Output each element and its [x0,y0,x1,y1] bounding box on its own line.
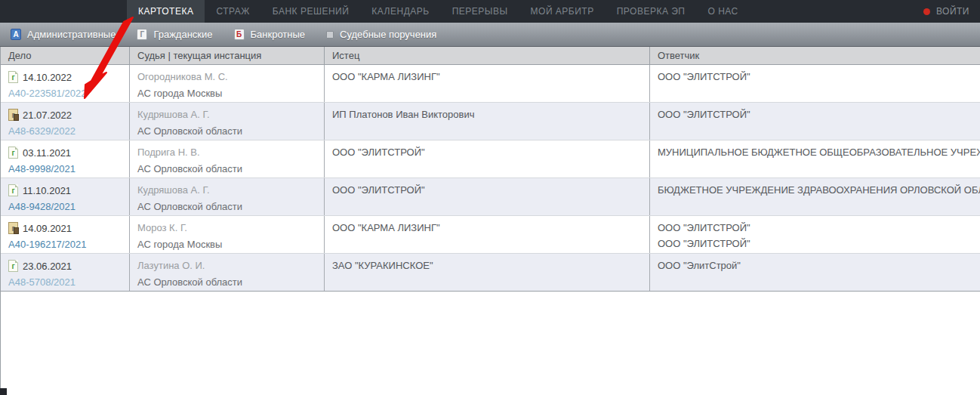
case-active-icon: г [8,184,18,196]
tab-court-assignments-label: Судебные поручения [340,29,436,40]
judge-name: Кудряшова А. Г. [137,109,316,121]
case-number-link[interactable]: А48-9428/2021 [8,201,76,212]
judge-cell: Огородникова М. С. АС города Москвы [130,65,325,102]
court-assignments-icon [326,31,334,39]
judge-cell: Лазутина О. И. АС Орловской области [130,254,325,291]
nav-item-proverka-ep[interactable]: ПРОВЕРКА ЭП [606,0,697,23]
tab-civil[interactable]: Г Гражданские [137,29,212,40]
nav-item-kartoteka[interactable]: КАРТОТЕКА [127,0,205,23]
tab-civil-label: Гражданские [153,29,212,40]
judge-cell: Кудряшова А. Г. АС Орловской области [130,103,325,140]
plaintiff-cell: ООО "КАРМА ЛИЗИНГ" [325,65,650,102]
respondent-name: ООО "ЭЛИТСТРОЙ" [658,222,972,234]
judge-cell: Кудряшова А. Г. АС Орловской области [130,178,325,215]
nav-item-bank-resheniy[interactable]: БАНК РЕШЕНИЙ [261,0,361,23]
case-cell: г 14.10.2022 А40-223581/2022 [1,65,130,102]
respondent-name: МУНИЦИПАЛЬНОЕ БЮДЖЕТНОЕ ОБЩЕОБРАЗОВАТЕЛЬ… [658,147,972,159]
table-row: г 21.07.2022 А48-6329/2022 Кудряшова А. … [1,103,980,140]
results-area: Дело Судья | текущая инстанция Истец Отв… [0,47,980,395]
plaintiff-cell: ООО "ЭЛИТСТРОЙ" [325,140,650,177]
judge-name: Мороз К. Г. [137,222,316,234]
bottom-left-artifact [0,388,7,395]
plaintiff-name: ИП Платонов Иван Викторович [332,109,642,121]
respondent-cell: ООО "ЭЛИТСТРОЙ" [650,103,980,140]
tab-court-assignments[interactable]: Судебные поручения [326,29,436,40]
case-date: 11.10.2021 [23,185,71,196]
case-cell: г 03.11.2021 А48-9998/2021 [1,140,130,177]
case-number-link[interactable]: А40-223581/2022 [8,88,86,99]
respondent-name: ООО "ЭЛИТСТРОЙ" [658,238,972,250]
case-date: 21.07.2022 [23,110,72,121]
court-name: АС города Москвы [137,239,316,251]
respondent-name: БЮДЖЕТНОЕ УЧРЕЖДЕНИЕ ЗДРАВООХРАНЕНИЯ ОРЛ… [658,184,972,196]
login-button[interactable]: ВОЙТИ [923,0,980,23]
page: КАРТОТЕКА СТРАЖ БАНК РЕШЕНИЙ КАЛЕНДАРЬ П… [0,0,980,395]
case-number-link[interactable]: А48-9998/2021 [8,163,76,174]
case-table-body: г 14.10.2022 А40-223581/2022 Огородников… [1,65,980,292]
plaintiff-name: ООО "ЭЛИТСТРОЙ" [332,184,642,196]
table-row: г 03.11.2021 А48-9998/2021 Подрига Н. В.… [1,140,980,178]
table-header: Дело Судья | текущая инстанция Истец Отв… [1,47,980,65]
nav-item-moy-arbitr[interactable]: МОЙ АРБИТР [519,0,606,23]
bankruptcy-icon: Б [234,29,245,40]
case-date: 14.10.2022 [23,72,72,83]
respondent-name: ООО "ЭЛИТСТРОЙ" [658,109,972,121]
plaintiff-name: ООО "КАРМА ЛИЗИНГ" [332,222,642,234]
nav-item-pereryvy[interactable]: ПЕРЕРЫВЫ [441,0,519,23]
case-cell: г 21.07.2022 А48-6329/2022 [1,103,130,140]
judge-name: Подрига Н. В. [137,147,316,159]
case-type-filterbar: А Административные Г Гражданские Б Банкр… [0,23,980,47]
nav-item-o-nas[interactable]: О НАС [696,0,749,23]
case-date: 23.06.2021 [23,261,72,272]
case-date: 14.09.2021 [23,223,72,234]
table-row: г 14.10.2022 А40-223581/2022 Огородников… [1,65,980,103]
nav-item-strazh[interactable]: СТРАЖ [205,0,260,23]
respondent-cell: МУНИЦИПАЛЬНОЕ БЮДЖЕТНОЕ ОБЩЕОБРАЗОВАТЕЛЬ… [650,140,980,177]
tab-administrative-label: Административные [27,29,116,40]
respondent-cell: ООО "ЭЛИТСТРОЙ" [650,65,980,102]
case-active-icon: г [8,71,18,83]
plaintiff-cell: ООО "ЭЛИТСТРОЙ" [325,178,650,215]
tab-administrative[interactable]: А Административные [11,29,116,40]
court-name: АС Орловской области [137,163,316,175]
plaintiff-cell: ИП Платонов Иван Викторович [325,103,650,140]
plaintiff-name: ЗАО "КУРАКИНСКОЕ" [332,260,642,272]
judge-cell: Подрига Н. В. АС Орловской области [130,140,325,177]
judge-name: Лазутина О. И. [137,260,316,272]
tab-bankruptcy-label: Банкротные [251,29,306,40]
case-cell: г 14.09.2021 А40-196217/2021 [1,216,130,253]
case-cell: г 11.10.2021 А48-9428/2021 [1,178,130,215]
col-header-case: Дело [1,47,130,64]
judge-name: Кудряшова А. Г. [137,184,316,196]
case-date: 03.11.2021 [23,147,71,159]
plaintiff-name: ООО "ЭЛИТСТРОЙ" [332,147,642,159]
plaintiff-cell: ООО "КАРМА ЛИЗИНГ" [325,216,650,253]
respondent-name: ООО "ЭЛИТСТРОЙ" [658,71,972,83]
top-nav: КАРТОТЕКА СТРАЖ БАНК РЕШЕНИЙ КАЛЕНДАРЬ П… [0,0,980,23]
plaintiff-cell: ЗАО "КУРАКИНСКОЕ" [325,254,650,291]
case-active-icon: г [8,260,18,272]
respondent-cell: БЮДЖЕТНОЕ УЧРЕЖДЕНИЕ ЗДРАВООХРАНЕНИЯ ОРЛ… [650,178,980,215]
login-status-icon [923,8,930,15]
case-number-link[interactable]: А40-196217/2021 [8,239,86,250]
tab-bankruptcy[interactable]: Б Банкротные [234,29,306,40]
col-header-judge: Судья | текущая инстанция [130,47,325,64]
court-name: АС города Москвы [137,88,316,100]
case-closed-icon: г [8,222,18,234]
respondent-name: ООО "ЭлитСтрой" [658,260,972,272]
nav-item-kalendar[interactable]: КАЛЕНДАРЬ [360,0,440,23]
table-row: г 11.10.2021 А48-9428/2021 Кудряшова А. … [1,178,980,216]
col-header-respondent: Ответчик [650,47,980,64]
respondent-cell: ООО "ЭлитСтрой" [650,254,980,291]
case-number-link[interactable]: А48-5708/2021 [8,276,76,288]
respondent-cell: ООО "ЭЛИТСТРОЙ"ООО "ЭЛИТСТРОЙ" [650,216,980,253]
case-active-icon: г [8,147,18,159]
judge-cell: Мороз К. Г. АС города Москвы [130,216,325,253]
table-row: г 14.09.2021 А40-196217/2021 Мороз К. Г.… [1,216,980,254]
administrative-icon: А [11,29,21,40]
civil-icon: Г [137,29,147,40]
table-row: г 23.06.2021 А48-5708/2021 Лазутина О. И… [1,254,980,292]
case-number-link[interactable]: А48-6329/2022 [8,125,76,137]
plaintiff-name: ООО "КАРМА ЛИЗИНГ" [332,71,642,83]
court-name: АС Орловской области [137,125,316,137]
